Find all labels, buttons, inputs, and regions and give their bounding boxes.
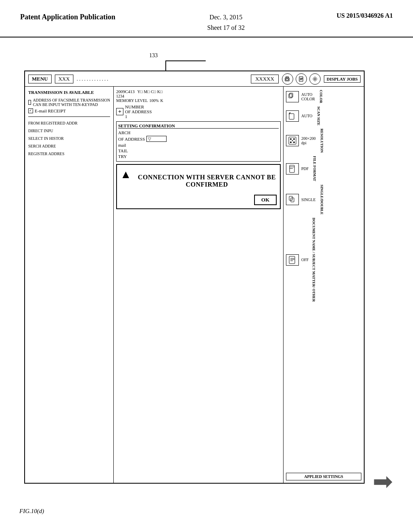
mem-k: K□ [157,89,163,94]
conf-try-label: TRY [118,154,127,159]
memory-percent: 100% [149,98,159,103]
color-setting-row: AUTO COLOR COLOR [286,89,361,104]
conf-item-mail: mail [118,143,279,148]
xxx-label: XXX [55,75,73,83]
file-format-labels: PDF [301,166,309,171]
nav-from-registered-label: FROM REGISTERED ADDR [28,121,77,125]
document-name-labels: OFF [301,258,309,262]
menu-button[interactable]: MENU [28,75,52,83]
add-address-button[interactable]: + [116,108,123,115]
sheet-number: Sheet 17 of 32 [207,24,245,31]
single-value: SINGLE [301,197,316,202]
transmission-status: TRANSMISSION IS AVAILABLE [28,90,110,95]
of-address-dropdown[interactable]: ▽ [146,136,167,142]
applied-settings-button[interactable]: APPLIED SETTINGS [286,473,361,480]
svg-rect-2 [286,79,288,80]
fax-checkbox[interactable] [28,100,31,105]
conf-item-arch: ARCH [118,130,279,135]
mem-c: C□ [151,89,156,94]
single-double-labels: SINGLE [301,197,316,202]
document-name-divider-label: DOCUMENT NAME / SUBJECT MATTER/ OTHER [312,218,316,302]
conf-item-tail: TAIL [118,148,279,153]
nav-select-history-label: SELECT IN HISTOR [28,136,64,141]
address-value: 1 [125,114,152,119]
nav-register-address-label: REGISTER ADDRES [28,152,65,156]
email-receipt-text: E-mail RECEIPT [35,108,66,113]
settings-icon[interactable] [309,73,321,85]
conf-mail-label: mail [118,143,126,148]
svg-rect-10 [289,114,294,119]
mem-y: Y□ [138,89,143,94]
document-name-row: OFF DOCUMENT NAME / SUBJECT MATTER/ OTHE… [286,217,361,303]
setting-conf-title: SETTING CONFIRMATION [118,123,279,129]
middle-panel: 2009C413 Y□ M□ C□ K□ 1234 [114,87,283,483]
resolution-labels: 200×200 dpi [301,136,316,145]
connection-message: CONNECTION WITH SERVER CANNOT BE CONFIRM… [137,168,277,190]
color-icon [286,91,299,102]
resolution-value: 200×200 [301,136,316,141]
memory-info-section: 2009C413 Y□ M□ C□ K□ 1234 [116,89,163,103]
dropdown-val: ▽ [148,137,151,141]
conf-item-of-address: OF ADDRESS ▽ [118,136,279,142]
scan-size-divider-label: SCAN SIZE [317,106,321,125]
document-name-off: OFF [301,258,309,262]
conf-item-try: TRY [118,154,279,159]
publication-date: Dec. 3, 2015 [209,14,242,21]
left-panel: TRANSMISSION IS AVAILABLE ADDRESS OF FAC… [25,87,114,483]
publication-title: Patent Application Publication [20,12,115,22]
single-double-row: SINGLE SINGLE/DOUBLE [286,184,361,216]
conf-arch-label: ARCH [118,130,131,135]
memory-unit: K [161,98,163,103]
number-label: NUMBER [125,104,152,109]
left-divider [28,116,110,117]
warning-triangle-icon: ▲ [120,168,131,181]
dots-separator: ............. [77,76,248,82]
ui-screen: MENU XXX ............. XXXXX [24,71,365,484]
nav-direct-input-label: DIRECT INPU [28,129,53,133]
annotation-133: 133 [149,52,158,59]
conf-of-address-label: OF ADDRESS [118,137,145,141]
nav-from-registered[interactable]: FROM REGISTERED ADDR [28,120,110,126]
nav-select-history[interactable]: SELECT IN HISTOR [28,135,110,141]
address-fax-text: ADDRESS OF FACSIMILE TRANSMISSION CAN BE… [33,98,110,107]
top-bar-icons [282,73,321,85]
color-labels: AUTO COLOR [301,92,315,101]
display-jobs-button[interactable]: DISPLAY JOBS [324,75,361,83]
resolution-icon [286,135,299,146]
file-format-divider-label: FILE FORMAT [313,156,317,181]
file-format-value: PDF [301,166,309,171]
document-icon[interactable] [296,73,307,85]
xxxxx-label: XXXXX [251,75,279,83]
memory-checkboxes-group: Y□ M□ C□ K□ [138,89,163,94]
address-fax-line: ADDRESS OF FACSIMILE TRANSMISSION CAN BE… [28,98,110,107]
svg-point-12 [290,139,292,140]
scan-size-value: AUTO [301,114,313,118]
of-address-label: OF ADDRESS [125,109,152,114]
memory-value: 1234 [116,94,124,98]
navigation-arrow-right[interactable]: ➡ [373,467,393,496]
ok-button[interactable]: OK [254,195,277,205]
memory-level-label: MEMORY LEVEL [116,98,148,103]
fax-icon[interactable] [282,73,293,85]
resolution-row: 200×200 dpi RESOLUTION [286,128,361,154]
bracket-133-top [165,60,206,61]
mem-m: M□ [144,89,150,94]
single-double-icon [286,194,299,205]
resolution-unit: dpi [301,141,316,145]
file-format-icon [286,163,299,175]
scan-size-row: AUTO SCAN SIZE [286,106,361,126]
nav-direct-input[interactable]: DIRECT INPU [28,128,110,134]
svg-point-13 [294,139,295,140]
document-name-icon [286,254,299,266]
memory-id: 2009C413 [116,89,135,94]
nav-search-address[interactable]: SERCH ADDRE [28,143,110,149]
color-divider-label: COLOR [319,90,323,103]
number-of-address-info: NUMBER OF ADDRESS 1 [125,104,152,119]
patent-number: US 2015/0346926 A1 [336,12,393,19]
scan-size-icon [286,110,299,122]
nav-register-address[interactable]: REGISTER ADDRES [28,151,110,157]
email-checkbox[interactable] [28,108,33,113]
main-content: 133 M2 K1 MENU XXX ............. XXXXX [24,48,397,508]
nav-search-address-label: SERCH ADDRE [28,144,56,148]
resolution-divider-label: RESOLUTION [320,129,324,153]
